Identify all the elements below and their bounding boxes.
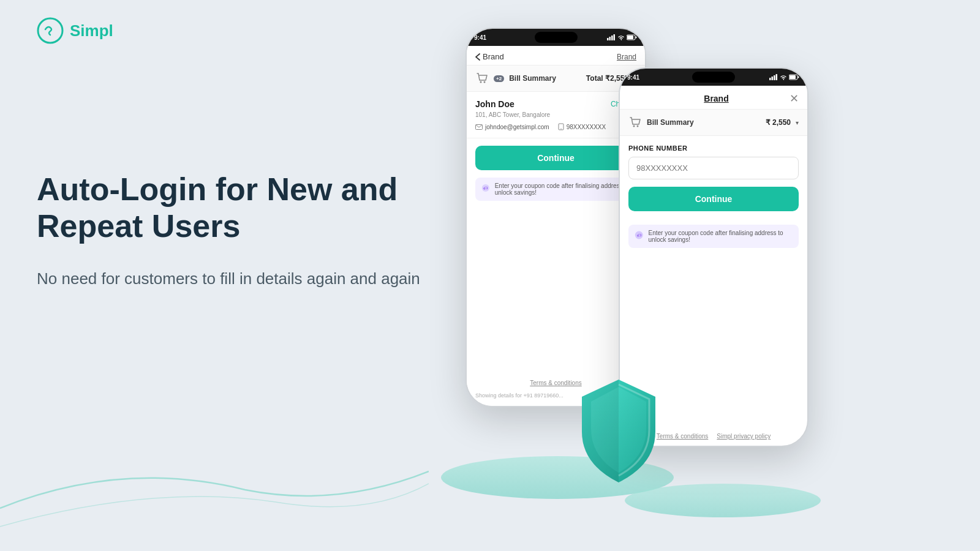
svg-rect-15 (772, 77, 774, 80)
logo-text: Simpl (70, 21, 113, 40)
phone1-email-item: johndoe@getsimpl.com (475, 124, 549, 130)
subtext: No need for customers to fill in details… (37, 267, 435, 291)
phone2-close-btn[interactable]: ✕ (790, 92, 799, 105)
phone1-bill-label: Bill Summary (509, 74, 581, 83)
svg-point-22 (637, 126, 639, 127)
phone2-statusbar: 9:41 (620, 69, 807, 86)
cart-icon2 (628, 116, 642, 129)
coupon-icon: 🏷 (481, 182, 490, 193)
svg-rect-17 (776, 74, 778, 80)
phone1-nav: Brand Brand (467, 46, 645, 66)
phone1-brand-link[interactable]: Brand (617, 53, 636, 61)
phone2-phone-input[interactable] (628, 157, 799, 179)
phone2-time: 9:41 (627, 74, 639, 81)
shield-icon (570, 373, 668, 490)
coupon-icon2: 🏷 (635, 230, 644, 241)
signal-icon (607, 34, 616, 40)
phone2-bill-bar: Bill Summary ₹ 2,550 ▾ (620, 110, 807, 136)
phone2-coupon-text: Enter your coupon code after finalising … (649, 230, 793, 243)
phone1-coupon-text: Enter your coupon code after finalising … (495, 182, 630, 196)
phone2-bill-label: Bill Summary (647, 118, 701, 127)
phone1-continue-btn[interactable]: Continue (475, 146, 636, 170)
svg-point-11 (560, 129, 561, 129)
phone1-back-btn[interactable]: Brand (475, 52, 504, 61)
phone2-coupon-banner: 🏷 Enter your coupon code after finalisin… (628, 225, 799, 248)
phone1-statusbar: 9:41 (467, 29, 645, 46)
svg-rect-1 (607, 38, 609, 40)
svg-point-9 (484, 81, 486, 83)
phone1-time: 9:41 (474, 34, 486, 41)
signal-icon2 (769, 74, 778, 80)
svg-rect-4 (614, 34, 616, 40)
back-arrow-icon (475, 53, 480, 61)
svg-rect-7 (636, 37, 637, 39)
phone1-user-contacts: johndoe@getsimpl.com 98XXXXXXXX (475, 123, 636, 130)
phone2-continue-btn[interactable]: Continue (628, 187, 799, 211)
svg-rect-3 (611, 36, 613, 40)
left-content: Auto-Login for New and Repeat Users No n… (37, 171, 435, 291)
phone2-brand-label: Brand (704, 94, 728, 103)
phone1-bill-plus: +2 (494, 75, 504, 82)
phone-icon (558, 123, 564, 130)
svg-rect-14 (769, 78, 771, 80)
wifi-icon2 (780, 74, 787, 80)
phone1-email: johndoe@getsimpl.com (485, 124, 549, 130)
phone2-bill-total: ₹ 2,550 (766, 118, 791, 127)
phone2-chevron-icon: ▾ (796, 119, 799, 126)
shield-wrapper (570, 373, 668, 490)
svg-text:🏷: 🏷 (637, 233, 641, 238)
battery-icon2 (789, 74, 800, 80)
phone1-status-icons (607, 34, 638, 40)
cart-icon (475, 72, 489, 85)
phone1-notch (535, 32, 578, 43)
phone1-phone-item: 98XXXXXXXX (558, 123, 606, 130)
wifi-icon (617, 34, 625, 40)
phone1-user-name: John Doe (475, 99, 514, 109)
phone2-phone-label: PHONE NUMBER (628, 144, 799, 152)
phone1-phone: 98XXXXXXXX (567, 124, 606, 130)
phone2-privacy[interactable]: Simpl privacy policy (717, 433, 771, 440)
phones-section: 9:41 (429, 0, 980, 551)
battery-icon (627, 34, 638, 40)
phone2-status-icons (769, 74, 800, 80)
svg-rect-20 (798, 77, 799, 78)
email-icon (475, 124, 483, 130)
phone1-user-address: 101, ABC Tower, Bangalore (475, 111, 636, 118)
simpl-logo-icon (37, 17, 64, 44)
svg-rect-16 (774, 75, 775, 80)
headline: Auto-Login for New and Repeat Users (37, 171, 435, 245)
header: Simpl (37, 17, 113, 44)
svg-rect-2 (609, 37, 611, 40)
svg-point-21 (633, 126, 635, 127)
phone1-showing-details: Showing details for +91 89719660... (475, 392, 564, 399)
phone2-phone-number-section: PHONE NUMBER Continue (620, 136, 807, 225)
svg-rect-6 (627, 36, 633, 39)
phone1-brand-nav: Brand (483, 52, 504, 61)
phone2-notch (692, 72, 735, 83)
svg-rect-19 (790, 75, 796, 79)
svg-text:🏷: 🏷 (483, 186, 488, 191)
svg-point-8 (480, 81, 482, 83)
phone1-coupon-banner: 🏷 Enter your coupon code after finalisin… (475, 178, 636, 201)
phone2-nav: Brand ✕ (620, 86, 807, 110)
